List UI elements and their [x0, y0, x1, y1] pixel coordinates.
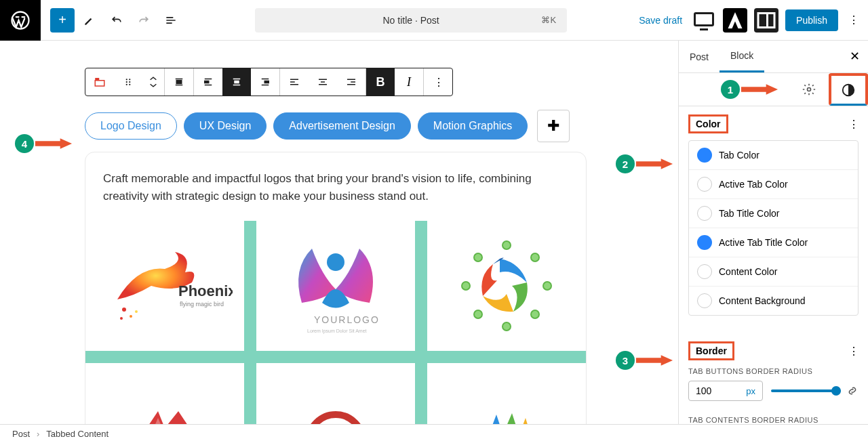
- title-text: No title · Post: [382, 15, 439, 26]
- justify-center-icon[interactable]: [222, 68, 251, 96]
- title-shortcut: ⌘K: [541, 15, 556, 25]
- svg-point-25: [531, 253, 539, 261]
- wordpress-logo[interactable]: [0, 0, 41, 41]
- svg-point-21: [327, 253, 344, 271]
- radius-unit[interactable]: px: [746, 386, 755, 396]
- add-tab-button[interactable]: ✚: [537, 110, 570, 142]
- settings-tab-icon[interactable]: [789, 73, 829, 106]
- tab-label: Logo Design: [100, 120, 161, 132]
- styles-tab-icon[interactable]: [829, 73, 868, 106]
- logo-image[interactable]: Phoenix flying magic bird: [85, 221, 244, 351]
- sidebar-toggle-icon[interactable]: [754, 8, 778, 33]
- undo-icon[interactable]: [104, 8, 129, 33]
- align-text-left-icon[interactable]: [280, 68, 309, 96]
- color-section: Color Tab Color Active Tab Color Tab Tit…: [679, 106, 868, 333]
- color-swatch: [697, 235, 712, 250]
- align-text-center-icon[interactable]: [309, 68, 337, 96]
- logo-image[interactable]: [85, 363, 244, 424]
- link-icon[interactable]: [846, 385, 859, 397]
- justify-left-icon[interactable]: [194, 68, 222, 96]
- save-draft-link[interactable]: Save draft: [639, 15, 682, 26]
- chevron-down-icon[interactable]: [149, 82, 158, 89]
- svg-rect-4: [95, 81, 104, 86]
- align-none-icon[interactable]: [165, 68, 193, 96]
- svg-point-18: [135, 310, 138, 313]
- italic-button[interactable]: I: [395, 68, 423, 96]
- close-icon[interactable]: ✕: [850, 49, 860, 64]
- tabs-row: Logo Design UX Design Advertisement Desi…: [85, 110, 678, 142]
- bold-button[interactable]: B: [366, 68, 395, 96]
- color-label: Content Color: [719, 266, 777, 277]
- tab-paragraph[interactable]: Craft memorable and impactful logos that…: [103, 170, 568, 206]
- tabbed-content-block-icon[interactable]: [85, 68, 114, 96]
- logo-image[interactable]: [427, 363, 586, 424]
- color-section-title: Color: [688, 114, 728, 133]
- svg-point-31: [474, 253, 482, 261]
- color-swatch: [697, 177, 712, 192]
- border-radius-control: px: [688, 381, 859, 401]
- border-options-icon[interactable]: [848, 345, 859, 358]
- slider-thumb[interactable]: [831, 386, 841, 396]
- publish-button[interactable]: Publish: [785, 9, 838, 31]
- color-tab-title-color[interactable]: Tab Title Color: [689, 199, 858, 228]
- color-swatch: [697, 293, 712, 308]
- breadcrumb-post[interactable]: Post: [12, 429, 30, 439]
- sidebar-tab-block[interactable]: Block: [719, 41, 764, 72]
- color-content-background[interactable]: Content Background: [689, 287, 858, 315]
- tab-label: Motion Graphics: [433, 120, 513, 132]
- add-block-button[interactable]: +: [50, 8, 75, 33]
- radius-slider[interactable]: [771, 389, 841, 392]
- block-toolbar: B I: [85, 68, 453, 96]
- move-up-down[interactable]: [142, 68, 164, 96]
- preview-device-icon[interactable]: [692, 8, 716, 33]
- color-label: Active Tab Title Color: [719, 237, 808, 248]
- svg-point-30: [462, 282, 470, 290]
- drag-handle-icon[interactable]: [114, 68, 142, 96]
- edit-tool-icon[interactable]: [77, 8, 102, 33]
- tab-motion-graphics[interactable]: Motion Graphics: [418, 112, 528, 140]
- editor-canvas: B I Logo Design UX Design Advertisement …: [0, 41, 678, 424]
- more-options-icon[interactable]: [845, 14, 861, 26]
- svg-point-8: [129, 81, 130, 83]
- color-label: Content Background: [719, 295, 806, 306]
- color-content-color[interactable]: Content Color: [689, 257, 858, 287]
- svg-point-27: [531, 310, 539, 318]
- logo-image[interactable]: YOURLOGO Lorem Ipsum Dolor Sit Amet: [256, 221, 415, 351]
- logo-image[interactable]: [427, 221, 586, 351]
- block-more-icon[interactable]: [424, 68, 452, 96]
- radius-input-wrap[interactable]: px: [688, 381, 763, 401]
- svg-text:Lorem Ipsum Dolor Sit Amet: Lorem Ipsum Dolor Sit Amet: [307, 329, 367, 334]
- redo-icon[interactable]: [132, 8, 156, 33]
- tab-logo-design[interactable]: Logo Design: [85, 112, 177, 140]
- color-active-tab-color[interactable]: Active Tab Color: [689, 170, 858, 199]
- svg-rect-11: [176, 81, 182, 84]
- color-label: Active Tab Color: [719, 179, 788, 190]
- title-bar: No title · Post ⌘K: [183, 8, 639, 33]
- svg-text:flying magic bird: flying magic bird: [180, 301, 224, 308]
- breadcrumb-separator: ›: [37, 429, 39, 439]
- color-active-tab-title-color[interactable]: Active Tab Title Color: [689, 228, 858, 257]
- color-options-icon[interactable]: [848, 118, 859, 131]
- justify-right-icon[interactable]: [251, 68, 279, 96]
- sidebar-tab-post[interactable]: Post: [679, 42, 719, 72]
- tab-ux-design[interactable]: UX Design: [184, 112, 267, 140]
- tab-content-panel: Craft memorable and impactful logos that…: [85, 152, 587, 424]
- breadcrumb-block[interactable]: Tabbed Content: [46, 429, 108, 439]
- outline-icon[interactable]: [159, 8, 183, 33]
- logo-image[interactable]: [256, 363, 415, 424]
- svg-point-10: [129, 84, 130, 85]
- chevron-up-icon[interactable]: [149, 75, 158, 82]
- contents-radius-caption: TAB CONTENTS BORDER RADIUS: [688, 416, 859, 424]
- color-tab-color[interactable]: Tab Color: [689, 141, 858, 170]
- document-title[interactable]: No title · Post ⌘K: [255, 8, 567, 33]
- tab-advertisement-design[interactable]: Advertisement Design: [273, 112, 411, 140]
- svg-rect-13: [235, 81, 239, 83]
- color-swatch: [697, 264, 712, 279]
- svg-point-24: [502, 241, 511, 249]
- breadcrumb: Post › Tabbed Content: [0, 424, 868, 443]
- align-text-right-icon[interactable]: [337, 68, 366, 96]
- radius-input[interactable]: [696, 385, 723, 396]
- color-label: Tab Title Color: [719, 208, 779, 219]
- astra-icon[interactable]: [723, 8, 747, 33]
- svg-point-6: [129, 79, 130, 80]
